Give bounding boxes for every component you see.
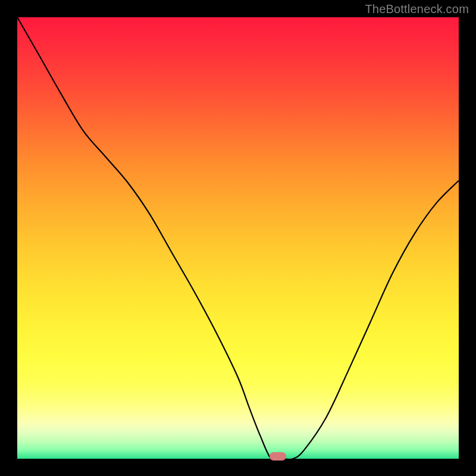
watermark-text: TheBottleneck.com [365,2,469,16]
chart-container: TheBottleneck.com [0,0,476,476]
plot-area [17,17,459,459]
